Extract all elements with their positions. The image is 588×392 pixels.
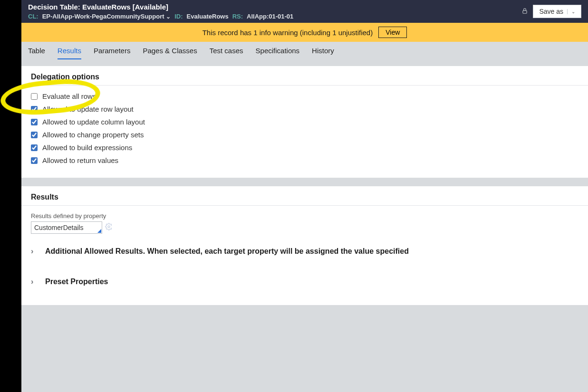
id-value: EvaluateRows — [187, 13, 229, 20]
rs-value: AllApp:01-01-01 — [247, 13, 293, 20]
option-label: Evaluate all rows — [42, 92, 96, 100]
tab-parameters[interactable]: Parameters — [94, 47, 131, 59]
rs-label: RS: — [232, 13, 243, 20]
option-update-row-layout: Allowed to update row layout — [31, 105, 578, 113]
tab-results[interactable]: Results — [58, 47, 81, 59]
lock-icon[interactable] — [521, 8, 528, 16]
id-label: ID: — [174, 13, 183, 20]
tab-pages-classes[interactable]: Pages & Classes — [143, 47, 197, 59]
option-return-values: Allowed to return values — [31, 156, 578, 164]
chevron-down-icon[interactable]: ⌄ — [567, 9, 575, 14]
results-field-label: Results defined by property — [31, 212, 578, 220]
tab-specifications[interactable]: Specifications — [256, 47, 300, 59]
checkbox-build-expressions[interactable] — [31, 144, 38, 151]
results-property-input[interactable]: CustomerDetails — [31, 221, 102, 234]
option-label: Allowed to update row layout — [42, 105, 134, 113]
cl-value[interactable]: EP-AllApp-Work-PegaCommunitySupport ⌄ — [42, 13, 171, 20]
tab-strip: Table Results Parameters Pages & Classes… — [21, 42, 588, 59]
checkbox-change-property-sets[interactable] — [31, 132, 38, 138]
expander-additional-allowed-results[interactable]: › Additional Allowed Results. When selec… — [31, 247, 578, 256]
expander-label: Preset Properties — [45, 277, 108, 286]
view-warning-button[interactable]: View — [378, 27, 407, 38]
rule-header: Decision Table: EvaluateRows [Available]… — [21, 0, 588, 23]
option-label: Allowed to build expressions — [42, 143, 132, 152]
chevron-right-icon: › — [31, 277, 37, 286]
rule-meta: CL: EP-AllApp-Work-PegaCommunitySupport … — [28, 13, 521, 20]
gear-icon[interactable] — [105, 223, 113, 232]
warning-bar: This record has 1 info warning (includin… — [21, 23, 588, 42]
tab-table[interactable]: Table — [28, 47, 45, 59]
chevron-down-icon[interactable]: ⌄ — [166, 13, 171, 20]
results-panel: Results Results defined by property Cust… — [21, 186, 588, 305]
option-label: Allowed to return values — [42, 156, 118, 164]
option-label: Allowed to update column layout — [42, 118, 145, 126]
checkbox-update-column-layout[interactable] — [31, 119, 38, 125]
checkbox-return-values[interactable] — [31, 157, 38, 164]
warning-text: This record has 1 info warning (includin… — [202, 29, 373, 37]
svg-point-1 — [108, 226, 110, 228]
cl-label: CL: — [28, 13, 39, 20]
expander-preset-properties[interactable]: › Preset Properties — [31, 277, 578, 286]
expander-label: Additional Allowed Results. When selecte… — [45, 247, 409, 256]
delegation-title: Delegation options — [31, 73, 578, 81]
option-label: Allowed to change property sets — [42, 131, 144, 139]
checkbox-evaluate-all-rows[interactable] — [31, 93, 38, 100]
empty-area — [21, 305, 588, 381]
svg-rect-0 — [523, 10, 527, 13]
delegation-panel: Delegation options Evaluate all rows All… — [21, 66, 588, 178]
checkbox-update-row-layout[interactable] — [31, 106, 38, 113]
chevron-right-icon: › — [31, 247, 37, 256]
page-title: Decision Table: EvaluateRows [Available] — [28, 3, 521, 11]
tab-history[interactable]: History — [312, 47, 334, 59]
save-as-button[interactable]: Save as ⌄ — [533, 5, 581, 18]
option-update-column-layout: Allowed to update column layout — [31, 118, 578, 126]
results-title: Results — [31, 193, 578, 201]
tab-test-cases[interactable]: Test cases — [210, 47, 243, 59]
option-build-expressions: Allowed to build expressions — [31, 143, 578, 152]
option-evaluate-all-rows: Evaluate all rows — [31, 92, 578, 100]
option-change-property-sets: Allowed to change property sets — [31, 131, 578, 139]
